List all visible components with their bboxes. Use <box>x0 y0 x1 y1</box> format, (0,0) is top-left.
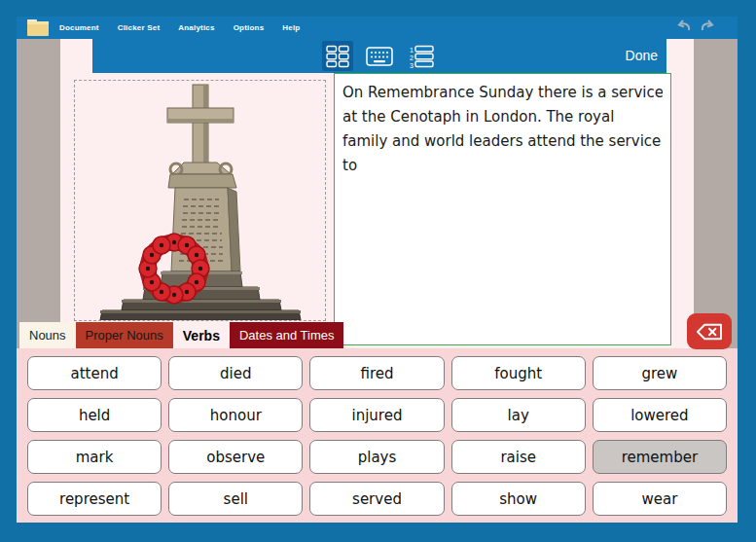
folder-icon[interactable] <box>26 18 50 37</box>
svg-text:1: 1 <box>410 47 414 54</box>
word-cell-sell[interactable]: sell <box>168 482 303 516</box>
word-bank-tabs: NounsProper NounsVerbsDates and Times <box>19 322 343 348</box>
svg-text:3: 3 <box>410 61 414 68</box>
undo-icon[interactable] <box>675 18 692 33</box>
menu-item-help[interactable]: Help <box>282 23 300 32</box>
backspace-button[interactable] <box>687 313 732 349</box>
war-memorial-illustration <box>75 81 325 320</box>
redo-icon[interactable] <box>700 18 716 33</box>
word-cell-represent[interactable]: represent <box>27 482 162 516</box>
document-text-line: family and world leaders attend the serv… <box>342 129 663 154</box>
document-text-area[interactable]: On Remembrance Sunday there is a service… <box>334 73 671 345</box>
keyboard-layout-icon[interactable] <box>364 41 395 71</box>
done-button[interactable]: Done <box>626 48 658 63</box>
word-cell-held[interactable]: held <box>27 398 162 432</box>
tab-proper-nouns[interactable]: Proper Nouns <box>76 322 173 348</box>
word-cell-honour[interactable]: honour <box>168 398 303 432</box>
menu-item-clicker-set[interactable]: Clicker Set <box>118 23 161 32</box>
word-grid-panel: attenddiedfiredfoughtgrewheldhonourinjur… <box>17 348 738 523</box>
list-layout-icon[interactable]: 123 <box>406 41 437 71</box>
document-text-line: On Remembrance Sunday there is a service <box>342 81 663 105</box>
word-cell-plays[interactable]: plays <box>309 440 444 474</box>
word-cell-lowered[interactable]: lowered <box>593 398 727 432</box>
menu-item-options[interactable]: Options <box>234 23 265 32</box>
word-cell-lay[interactable]: lay <box>451 398 586 432</box>
word-cell-died[interactable]: died <box>168 356 303 390</box>
word-cell-fired[interactable]: fired <box>309 356 444 390</box>
menu-item-document[interactable]: Document <box>59 23 99 32</box>
tab-dates-and-times[interactable]: Dates and Times <box>230 322 344 348</box>
menu-bar: DocumentClicker SetAnalyticsOptionsHelp <box>17 17 738 39</box>
word-cell-remember[interactable]: remember <box>593 440 727 474</box>
document-text-line: to <box>342 154 663 178</box>
clicker-set-toolbar: 123 Done <box>92 39 666 73</box>
document-text-line: at the Cenotaph in London. The royal <box>342 105 663 129</box>
tab-nouns[interactable]: Nouns <box>19 322 76 348</box>
word-cell-attend[interactable]: attend <box>27 356 162 390</box>
word-cell-mark[interactable]: mark <box>27 440 162 474</box>
word-cell-observe[interactable]: observe <box>168 440 303 474</box>
word-cell-show[interactable]: show <box>451 482 586 516</box>
word-cell-raise[interactable]: raise <box>451 440 586 474</box>
word-cell-injured[interactable]: injured <box>309 398 444 432</box>
word-cell-fought[interactable]: fought <box>451 356 586 390</box>
word-cell-wear[interactable]: wear <box>593 482 727 516</box>
cenotaph-image[interactable] <box>74 80 326 321</box>
tab-verbs[interactable]: Verbs <box>173 322 230 348</box>
svg-text:2: 2 <box>410 54 414 61</box>
word-grid: attenddiedfiredfoughtgrewheldhonourinjur… <box>27 356 727 516</box>
menu-items: DocumentClicker SetAnalyticsOptionsHelp <box>59 23 300 32</box>
cell-layout-icon[interactable] <box>322 41 353 71</box>
backspace-icon <box>694 320 725 343</box>
menu-item-analytics[interactable]: Analytics <box>178 23 214 32</box>
word-cell-grew[interactable]: grew <box>593 356 727 390</box>
word-cell-served[interactable]: served <box>309 482 444 516</box>
